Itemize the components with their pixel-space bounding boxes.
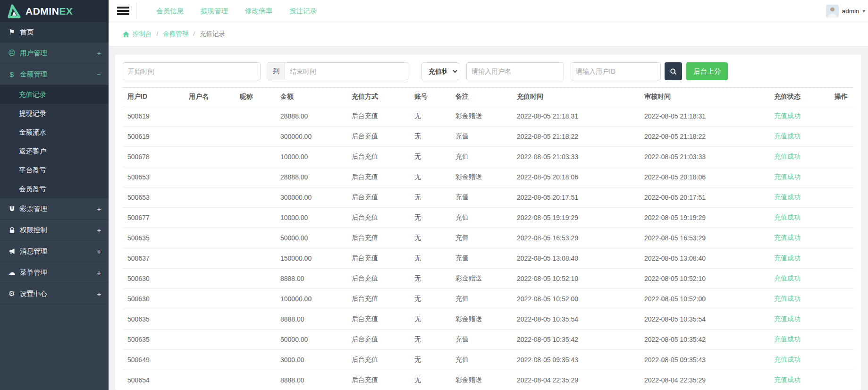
sidebar-subitem[interactable]: 充值记录 [0, 85, 109, 104]
table-cell: 500654 [123, 370, 184, 390]
topnav-item[interactable]: 投注记录 [289, 7, 317, 16]
end-time-input[interactable] [285, 62, 408, 80]
table-cell [235, 309, 276, 330]
status-link[interactable]: 充值成功 [774, 234, 801, 241]
status-link[interactable]: 充值成功 [774, 112, 801, 119]
sidebar-item[interactable]: 彩票管理+ [0, 198, 109, 220]
status-link[interactable]: 充值成功 [774, 295, 801, 302]
status-link[interactable]: 充值成功 [774, 132, 801, 140]
table-cell: 彩金赠送 [451, 370, 512, 390]
table-cell: 后台充值 [347, 330, 410, 350]
dollar-icon: $ [7, 70, 17, 78]
table-cell [235, 248, 276, 269]
content: 到 充值状态 后台上分 [109, 46, 868, 390]
hamburger-menu-icon[interactable] [117, 7, 129, 15]
sidebar-item[interactable]: $金额管理− [0, 64, 109, 85]
table-cell: 500630 [123, 269, 184, 289]
topnav: 会员信息提现管理修改倍率投注记录 [156, 7, 317, 16]
table-cell: 充值 [451, 127, 512, 147]
table-cell: 2022-08-04 22:35:29 [640, 370, 769, 390]
table-row: 5006493000.00后台充值无充值2022-08-05 09:35:432… [123, 350, 854, 370]
table-cell: 2022-08-05 10:52:00 [640, 289, 769, 309]
table-cell: 充值 [451, 228, 512, 248]
table-cell [184, 187, 235, 208]
sidebar-subitem[interactable]: 会员盈亏 [0, 179, 109, 198]
end-time-group: 到 [268, 62, 408, 80]
table-row: 50065328888.00后台充值无彩金赠送2022-08-05 20:18:… [123, 167, 854, 187]
table-cell: 2022-08-05 13:08:40 [512, 248, 640, 269]
topnav-item[interactable]: 提现管理 [201, 7, 228, 16]
table-cell [184, 248, 235, 269]
table-cell: 无 [410, 187, 451, 208]
table-row: 50061928888.00后台充值无彩金赠送2022-08-05 21:18:… [123, 106, 854, 127]
table-row: 500637150000.00后台充值无充值2022-08-05 13:08:4… [123, 248, 854, 269]
breadcrumb-item[interactable]: 控制台 [133, 30, 152, 37]
table-cell: 2022-08-05 10:35:54 [640, 309, 769, 330]
sidebar-item[interactable]: ☹用户管理+ [0, 42, 109, 64]
recharge-status-select[interactable]: 充值状态 [421, 62, 459, 80]
table-cell [235, 269, 276, 289]
userid-input[interactable] [571, 62, 661, 80]
user-menu[interactable]: admin ▾ [826, 5, 868, 17]
table-cell [830, 289, 854, 309]
status-link[interactable]: 充值成功 [774, 173, 801, 180]
table-cell [830, 309, 854, 330]
collapse-minus-icon: − [97, 70, 101, 78]
sidebar-subitem[interactable]: 平台盈亏 [0, 161, 109, 179]
table-cell: 充值 [451, 208, 512, 228]
topnav-item[interactable]: 会员信息 [156, 7, 184, 16]
sidebar-subitem[interactable]: 返还客户 [0, 142, 109, 161]
status-link[interactable]: 充值成功 [774, 193, 801, 201]
recharge-table: 用户ID用户名昵称金额充值方式账号备注充值时间审核时间充值状态操作 500619… [123, 88, 854, 390]
table-row: 50063550000.00后台充值无充值2022-08-05 16:53:29… [123, 228, 854, 248]
table-cell: 2022-08-05 10:52:10 [512, 269, 640, 289]
table-cell: 2022-08-05 10:35:54 [512, 309, 640, 330]
status-cell: 充值成功 [769, 147, 830, 167]
sidebar-item-label: 权限控制 [20, 226, 47, 235]
megaphone-icon [7, 248, 17, 255]
table-cell [184, 127, 235, 147]
search-button[interactable] [665, 62, 682, 80]
table-cell: 2022-08-05 21:18:22 [512, 127, 640, 147]
sidebar-item[interactable]: ⚙设置中心+ [0, 283, 109, 305]
sidebar-item[interactable]: 权限控制+ [0, 220, 109, 241]
breadcrumb-item[interactable]: 金额管理 [163, 30, 188, 37]
search-icon [670, 68, 677, 75]
table-row: 50067710000.00后台充值无充值2022-08-05 19:19:29… [123, 208, 854, 228]
table-cell: 8888.00 [276, 269, 347, 289]
table-header-row: 用户ID用户名昵称金额充值方式账号备注充值时间审核时间充值状态操作 [123, 88, 854, 106]
table-cell: 10000.00 [276, 208, 347, 228]
sidebar-item[interactable]: ⚑首页 [0, 22, 109, 42]
backend-topup-button[interactable]: 后台上分 [686, 62, 728, 80]
status-link[interactable]: 充值成功 [774, 335, 801, 343]
username-input[interactable] [466, 62, 564, 80]
status-link[interactable]: 充值成功 [774, 376, 801, 383]
table-cell [184, 370, 235, 390]
table-cell: 500678 [123, 147, 184, 167]
sidebar-item-label: 首页 [20, 28, 34, 37]
logo-icon [6, 4, 22, 18]
start-time-input[interactable] [123, 62, 261, 80]
topnav-item[interactable]: 修改倍率 [245, 7, 272, 16]
sidebar-item[interactable]: ☁菜单管理+ [0, 262, 109, 283]
table-cell: 充值 [451, 187, 512, 208]
sidebar-item[interactable]: 消息管理+ [0, 241, 109, 262]
status-link[interactable]: 充值成功 [774, 356, 801, 363]
table-cell: 2022-08-05 10:52:00 [512, 289, 640, 309]
status-cell: 充值成功 [769, 370, 830, 390]
status-link[interactable]: 充值成功 [774, 315, 801, 322]
status-link[interactable]: 充值成功 [774, 153, 801, 160]
table-cell: 充值 [451, 248, 512, 269]
status-link[interactable]: 充值成功 [774, 274, 801, 282]
status-link[interactable]: 充值成功 [774, 254, 801, 262]
table-cell [235, 350, 276, 370]
sidebar-subitem[interactable]: 金额流水 [0, 123, 109, 142]
table-cell: 2022-08-05 21:18:31 [512, 106, 640, 127]
status-link[interactable]: 充值成功 [774, 213, 801, 221]
table-cell: 500635 [123, 309, 184, 330]
status-cell: 充值成功 [769, 350, 830, 370]
table-row: 50063550000.00后台充值无充值2022-08-05 10:35:42… [123, 330, 854, 350]
sidebar-subitem[interactable]: 提现记录 [0, 104, 109, 123]
table-cell: 后台充值 [347, 269, 410, 289]
logo[interactable]: ADMINEX [0, 0, 109, 22]
